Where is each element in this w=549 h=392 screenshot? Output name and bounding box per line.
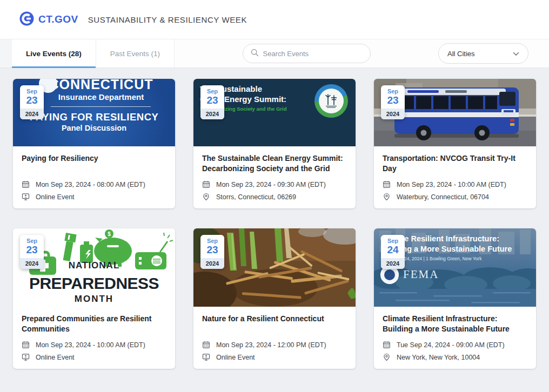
page-header: CT.GOV SUSTAINABILITY & RESILIENCY WEEK — [0, 0, 549, 39]
badge-year: 2024 — [200, 258, 224, 269]
event-location: Storrs, Connecticut, 06269 — [216, 193, 296, 201]
event-card-transit-try-it-day[interactable]: Sep 23 2024 — [374, 79, 536, 208]
event-title: The Sustainable Clean Energy Summit: Dec… — [202, 153, 347, 175]
card-body: Paying for Resiliency Mon Sep 23, 2024 -… — [13, 146, 175, 208]
event-location-row: Storrs, Connecticut, 06269 — [202, 193, 347, 201]
location-pin-icon — [202, 193, 210, 201]
date-badge: Sep 23 2024 — [20, 85, 44, 119]
badge-month: Sep — [20, 85, 44, 94]
banner-line: Panel Discussion — [13, 124, 175, 132]
calendar-icon — [383, 341, 391, 349]
badge-day: 23 — [20, 244, 44, 258]
event-datetime-row: Mon Sep 23, 2024 - 12:00 PM (EDT) — [202, 341, 347, 349]
date-badge: Sep 24 2024 — [381, 235, 405, 269]
online-event-icon — [22, 193, 30, 201]
card-body: Nature for a Resilient Connecticut Mon S… — [193, 307, 356, 369]
badge-day: 23 — [200, 244, 224, 258]
date-badge: Sep 23 2024 — [381, 85, 405, 119]
event-card-climate-resilient-infrastructure[interactable]: Sep 24 2024 Climate Resilient Infrastruc… — [374, 228, 536, 369]
badge-day: 23 — [20, 94, 44, 109]
event-datetime-row: Mon Sep 23, 2024 - 08:00 AM (EDT) — [22, 180, 166, 188]
event-card-paying-for-resiliency[interactable]: Sep 23 2024 CONNECTICUT Insurance Depart… — [13, 79, 175, 208]
event-title: Paying for Resiliency — [22, 153, 166, 175]
calendar-icon — [383, 180, 391, 188]
search-input[interactable] — [263, 50, 363, 58]
card-body: The Sustainable Clean Energy Summit: Dec… — [193, 146, 356, 208]
event-title: Nature for a Resilient Connecticut — [202, 314, 347, 335]
event-card-clean-energy-summit[interactable]: Sep 23 2024 The Sustainable Clean Energy… — [193, 79, 356, 208]
search-icon — [251, 49, 259, 59]
banner-divider — [51, 106, 151, 107]
event-datetime: Mon Sep 23, 2024 - 10:00 AM (EDT) — [397, 181, 506, 188]
banner-line: MONTH — [75, 294, 113, 304]
location-pin-icon — [383, 353, 391, 361]
tab-live-events[interactable]: Live Events (28) — [12, 39, 96, 67]
svg-text:$: $ — [108, 231, 111, 237]
badge-day: 23 — [381, 94, 405, 109]
location-pin-icon — [383, 193, 391, 201]
event-datetime: Mon Sep 23, 2024 - 09:30 AM (EDT) — [216, 181, 326, 188]
badge-month: Sep — [381, 235, 405, 244]
event-location: Online Event — [36, 193, 75, 201]
badge-year: 2024 — [20, 258, 44, 269]
card-body: Prepared Communities are Resilient Commu… — [13, 307, 175, 369]
event-datetime: Mon Sep 23, 2024 - 12:00 PM (EDT) — [216, 341, 326, 349]
calendar-icon — [202, 341, 210, 349]
event-title: Transportation: NVCOG Transit Try-It Day — [383, 153, 527, 175]
event-location-row: Online Event — [202, 353, 347, 361]
calendar-icon — [202, 180, 210, 188]
date-badge: Sep 23 2024 — [20, 235, 44, 269]
chevron-down-icon — [513, 50, 519, 58]
badge-day: 24 — [381, 244, 405, 258]
ctgov-logo-text: CT.GOV — [38, 13, 78, 25]
badge-year: 2024 — [381, 109, 405, 119]
event-location-row: Waterbury, Connecticut, 06704 — [383, 193, 527, 201]
city-filter-dropdown[interactable]: All Cities — [438, 43, 528, 64]
event-datetime: Mon Sep 23, 2024 - 10:00 AM (EDT) — [36, 341, 145, 349]
badge-year: 2024 — [20, 109, 44, 119]
badge-day: 23 — [200, 94, 224, 109]
event-datetime-row: Tue Sep 24, 2024 - 09:00 AM (EDT) — [383, 341, 527, 349]
calendar-icon — [22, 180, 30, 188]
tab-live-events-label: Live Events (28) — [26, 50, 82, 58]
badge-month: Sep — [381, 85, 405, 94]
online-event-icon — [22, 353, 30, 361]
date-badge: Sep 23 2024 — [200, 235, 224, 269]
events-page: CT.GOV SUSTAINABILITY & RESILIENCY WEEK … — [0, 0, 549, 392]
event-card-nature-resilient-ct[interactable]: Sep 23 2024 — [193, 228, 356, 369]
badge-year: 2024 — [200, 109, 224, 119]
event-card-grid: Sep 23 2024 CONNECTICUT Insurance Depart… — [0, 68, 549, 382]
event-location-row: Online Event — [22, 353, 166, 361]
city-filter-value: All Cities — [447, 50, 475, 58]
ctgov-logo[interactable]: CT.GOV — [19, 11, 78, 28]
event-card-prepared-communities[interactable]: Sep 23 2024 $ — [13, 228, 175, 369]
ctgov-logo-icon — [19, 11, 34, 28]
bar-lead-spacer — [0, 39, 12, 67]
fema-logo-text: FEMA — [403, 268, 439, 281]
event-location-row: Online Event — [22, 193, 166, 201]
event-title: Climate Resilient Infrastructure: Buildi… — [383, 314, 527, 335]
banner-line: PREPAREDNESS — [29, 274, 159, 292]
card-body: Climate Resilient Infrastructure: Buildi… — [374, 307, 536, 369]
event-datetime: Tue Sep 24, 2024 - 09:00 AM (EDT) — [397, 341, 505, 349]
event-datetime-row: Mon Sep 23, 2024 - 10:00 AM (EDT) — [22, 341, 166, 349]
event-datetime: Mon Sep 23, 2024 - 08:00 AM (EDT) — [36, 181, 145, 188]
event-location-row: New York, New York, 10004 — [383, 353, 527, 361]
card-body: Transportation: NVCOG Transit Try-It Day… — [374, 146, 536, 208]
badge-year: 2024 — [381, 258, 405, 269]
toolbar: Live Events (28) Past Events (1) All Cit… — [0, 39, 549, 68]
energy-summit-logo-icon — [314, 84, 348, 118]
event-location: Online Event — [216, 354, 255, 361]
event-location: Waterbury, Connecticut, 06704 — [397, 193, 489, 201]
date-badge: Sep 23 2024 — [200, 85, 224, 119]
search-box[interactable] — [243, 44, 371, 63]
badge-month: Sep — [200, 235, 224, 244]
badge-month: Sep — [20, 235, 44, 244]
event-datetime-row: Mon Sep 23, 2024 - 10:00 AM (EDT) — [383, 180, 527, 188]
tab-past-events[interactable]: Past Events (1) — [96, 39, 175, 67]
badge-month: Sep — [200, 85, 224, 94]
page-title: SUSTAINABILITY & RESILIENCY WEEK — [88, 15, 247, 24]
online-event-icon — [202, 353, 210, 361]
tab-past-events-label: Past Events (1) — [110, 50, 160, 58]
event-location: New York, New York, 10004 — [397, 354, 480, 361]
